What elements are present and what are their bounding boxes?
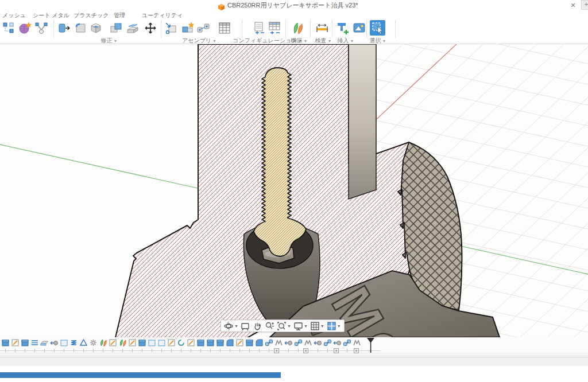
timeline-feature-joint[interactable] (294, 338, 303, 348)
timeline-group-expander[interactable]: + (334, 348, 339, 353)
timeline-feature-arrowcircle[interactable] (284, 338, 293, 348)
slot-inner-wall[interactable] (349, 44, 376, 199)
timeline-feature-sketch[interactable] (109, 338, 118, 348)
timeline-feature-joint[interactable] (323, 338, 332, 348)
timeline-feature-sketch[interactable] (235, 338, 245, 348)
timeline-feature-sketch[interactable] (128, 338, 137, 348)
document-title: CBR250RR用リヤブレーキサポート治具 v23* (227, 1, 358, 10)
timeline-scrollbar[interactable] (0, 353, 588, 356)
group-label-3[interactable]: アセンブリ▼ (182, 37, 216, 45)
toolbar-divider (161, 20, 161, 38)
move-tool-icon[interactable] (142, 20, 158, 36)
timeline-feature-sketch[interactable] (187, 338, 196, 348)
link-nodes-tool-icon[interactable] (1, 20, 17, 36)
timeline-playhead[interactable] (366, 338, 375, 353)
timeline-tick (210, 349, 211, 352)
timeline-tick (113, 349, 113, 352)
ribbon-tab-5[interactable]: ユーティリティ (142, 11, 183, 20)
timeline-tick (132, 349, 133, 352)
timeline-tick (152, 349, 152, 352)
model-canvas[interactable]: MOW (0, 44, 588, 337)
timeline-feature-layers[interactable] (30, 338, 40, 348)
select-tool-icon[interactable] (370, 20, 385, 36)
timeline-feature-sketch[interactable] (11, 338, 20, 348)
timeline-feature-box[interactable] (196, 338, 206, 348)
split-body-tool-icon[interactable] (125, 20, 140, 36)
new-component-tool-icon[interactable] (164, 20, 179, 36)
timeline-feature-triangle[interactable] (79, 338, 88, 348)
pan-icon[interactable] (252, 321, 263, 332)
grid-settings-icon[interactable]: ▼ (310, 321, 325, 332)
timeline-track[interactable] (0, 350, 380, 351)
timeline-group-expander[interactable]: + (274, 348, 279, 353)
press-pull-tool-icon[interactable] (56, 20, 72, 36)
group-label-7[interactable]: 挿入▼ (338, 37, 354, 45)
timeline-tick (171, 349, 172, 352)
look-at-icon[interactable] (240, 321, 251, 332)
config-doc-tool-icon[interactable] (251, 20, 266, 36)
timeline-feature-joint[interactable] (265, 338, 274, 348)
chevron-down-icon: ▼ (114, 39, 118, 43)
bom-table-tool-icon[interactable] (216, 20, 232, 36)
timeline-feature-mirror[interactable] (304, 338, 313, 348)
timeline-feature-plane[interactable] (99, 338, 108, 348)
timeline-feature-arrowcircle[interactable] (333, 338, 342, 348)
timeline-feature-plane[interactable] (118, 338, 127, 348)
orbit-icon[interactable]: ▼ (223, 321, 239, 332)
joint-tool-icon[interactable] (195, 20, 211, 36)
timeline-feature-box[interactable] (216, 338, 225, 348)
group-label-6[interactable]: 検査▼ (315, 37, 332, 45)
group-label-5[interactable]: 構築▼ (291, 37, 308, 45)
display-settings-icon[interactable]: ▼ (293, 321, 308, 332)
insert-image-tool-icon[interactable] (351, 20, 367, 36)
timeline-group-expander[interactable]: + (303, 348, 308, 353)
design-timeline: ++++ (0, 337, 588, 357)
ribbon-tab-2[interactable]: シート メタル (33, 11, 69, 20)
insert-canvas-tool-icon[interactable] (334, 20, 350, 36)
timeline-feature-arrowcircle[interactable] (314, 338, 323, 348)
group-label-8[interactable]: 選択▼ (370, 37, 386, 45)
timeline-feature-box[interactable] (1, 338, 10, 348)
timeline-feature-mirror[interactable] (353, 338, 362, 348)
construct-plane-tool-icon[interactable] (290, 20, 305, 36)
timeline-feature-boxoutline[interactable] (60, 338, 69, 348)
ribbon-tab-4[interactable]: 管理 (114, 11, 125, 20)
timeline-feature-arrowcircle[interactable] (50, 338, 59, 348)
timeline-feature-box[interactable] (245, 338, 254, 348)
timeline-feature-joint[interactable] (343, 338, 352, 348)
fillet-tool-icon[interactable] (73, 20, 88, 36)
timeline-feature-box[interactable] (206, 338, 215, 348)
document-tab[interactable]: CBR250RR用リヤブレーキサポート治具 v23* (218, 0, 358, 10)
timeline-feature-flower[interactable] (89, 338, 98, 348)
measure-tool-icon[interactable] (314, 20, 330, 36)
fit-icon[interactable]: ▼ (276, 321, 292, 332)
branch-tool-icon[interactable] (33, 20, 49, 36)
viewport-3d[interactable]: MOW ▼▼▼▼▼ (0, 44, 588, 337)
zoom-icon[interactable] (264, 321, 275, 332)
timeline-feature-mirror[interactable] (274, 338, 284, 348)
timeline-feature-sketch[interactable] (167, 338, 176, 348)
timeline-feature-swirl[interactable] (177, 338, 186, 348)
component-pattern-tool-icon[interactable] (180, 20, 195, 36)
combine-tool-icon[interactable] (108, 20, 123, 36)
config-table-tool-icon[interactable] (267, 20, 283, 36)
viewports-icon[interactable]: ▼ (326, 321, 342, 332)
group-label-2[interactable]: 修正▼ (101, 37, 118, 45)
mesh-sphere-tool-icon[interactable] (17, 20, 33, 36)
shell-tool-icon[interactable] (88, 20, 103, 36)
timeline-feature-box[interactable] (138, 338, 147, 348)
timeline-feature-zigzag[interactable] (69, 338, 79, 348)
timeline-feature-boxoutline[interactable] (148, 338, 157, 348)
timeline-feature-box[interactable] (21, 338, 30, 348)
close-tab-icon[interactable]: ✕ (568, 1, 578, 10)
toolbar-divider (285, 20, 286, 38)
ribbon-tab-3[interactable]: プラスチック (74, 11, 109, 20)
timeline-feature-boxoutline[interactable] (157, 338, 167, 348)
ribbon-tab-1[interactable]: メッシュ (2, 11, 26, 20)
toolbar-divider (310, 20, 311, 38)
new-tab-button[interactable]: + (581, 0, 588, 10)
timeline-feature-slab[interactable] (40, 338, 49, 348)
timeline-feature-fillet[interactable] (226, 338, 235, 348)
timeline-group-expander[interactable]: + (354, 348, 359, 353)
timeline-feature-fillet[interactable] (255, 338, 264, 348)
